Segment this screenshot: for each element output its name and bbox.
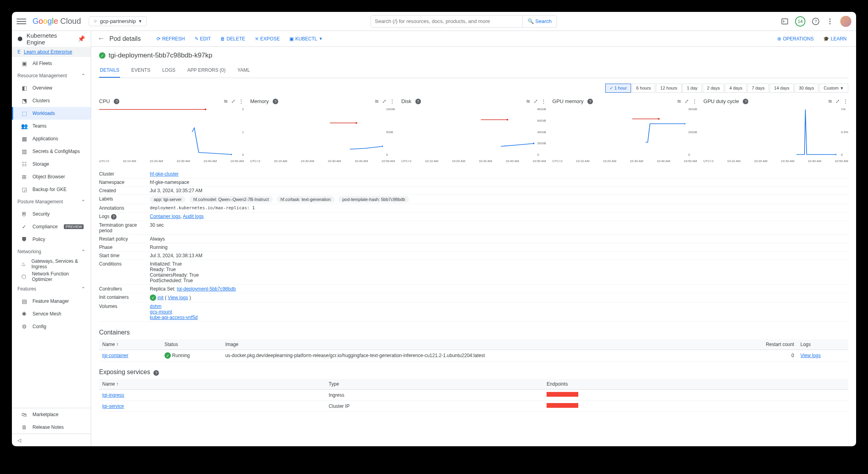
sidebar-item-applications[interactable]: ▦Applications <box>12 132 91 145</box>
service-link[interactable]: tgi-service <box>102 403 124 409</box>
sidebar-group-features[interactable]: Features⌃ <box>12 283 91 295</box>
sidebar-item-gateways[interactable]: ♨Gateways, Services & Ingress <box>12 258 91 270</box>
account-avatar[interactable] <box>840 16 851 27</box>
col-name[interactable]: Name <box>99 379 325 390</box>
timerange-6h[interactable]: 6 hours <box>632 84 655 93</box>
more-icon[interactable]: ⋮ <box>692 98 697 104</box>
timerange-30d[interactable]: 30 days <box>795 84 819 93</box>
sidebar-item-marketplace[interactable]: 🛍Marketplace <box>12 408 91 421</box>
timerange-14d[interactable]: 14 days <box>770 84 794 93</box>
timerange-7d[interactable]: 7 days <box>748 84 769 93</box>
sidebar-item-security[interactable]: ⛨Security <box>12 208 91 220</box>
chart-legend-icon[interactable]: ≋ <box>375 98 379 104</box>
more-icon[interactable] <box>826 17 834 25</box>
collapse-sidebar-button[interactable]: ◁ <box>12 434 91 446</box>
chart-expand-icon[interactable]: ⤢ <box>382 98 386 104</box>
more-icon[interactable]: ⋮ <box>390 98 395 104</box>
cluster-link[interactable]: hf-gke-cluster <box>150 171 179 177</box>
chart-expand-icon[interactable]: ⤢ <box>684 98 689 104</box>
timerange-2d[interactable]: 2 days <box>703 84 724 93</box>
tab-yaml[interactable]: YAML <box>237 63 251 78</box>
pin-icon[interactable]: 📌 <box>78 35 85 42</box>
help-icon[interactable]: ? <box>812 17 820 25</box>
volume-link[interactable]: kube-api-access-vnf5d <box>150 315 198 320</box>
delete-button[interactable]: 🗑Delete <box>217 34 249 43</box>
sidebar-item-teams[interactable]: 👥Teams <box>12 120 91 132</box>
search-input[interactable] <box>371 15 522 27</box>
edit-button[interactable]: ✎Edit <box>191 34 214 43</box>
back-button[interactable]: ← <box>98 34 105 43</box>
sidebar-item-all-fleets[interactable]: ▣All Fleets <box>12 57 91 70</box>
sidebar-group-resource[interactable]: Resource Management⌃ <box>12 70 91 82</box>
sidebar-item-policy[interactable]: ⛊Policy <box>12 233 91 246</box>
help-icon[interactable]: ? <box>743 99 748 104</box>
view-logs-link[interactable]: View logs <box>801 353 821 358</box>
sidebar-item-service-mesh[interactable]: ✱Service Mesh <box>12 308 91 320</box>
chart-legend-icon[interactable]: ≋ <box>677 98 681 104</box>
cloud-shell-icon[interactable] <box>781 17 789 25</box>
sidebar-item-config[interactable]: ⚙Config <box>12 320 91 333</box>
chart-legend-icon[interactable]: ≋ <box>828 98 832 104</box>
col-name[interactable]: Name <box>99 339 161 350</box>
learn-button[interactable]: 🎓Learn <box>820 34 850 43</box>
help-icon[interactable]: ? <box>587 99 593 104</box>
sidebar-item-object-browser[interactable]: ⊞Object Browser <box>12 170 91 183</box>
sidebar-group-posture[interactable]: Posture Management⌃ <box>12 196 91 208</box>
timerange-1d[interactable]: 1 day <box>683 84 702 93</box>
more-icon[interactable]: ⋮ <box>843 98 848 104</box>
chart-legend-icon[interactable]: ≋ <box>224 98 228 104</box>
col-restart[interactable]: Restart count <box>731 339 797 350</box>
timerange-custom[interactable]: Custom ▼ <box>819 84 848 93</box>
timerange-4d[interactable]: 4 days <box>725 84 746 93</box>
help-icon[interactable]: ? <box>415 99 421 104</box>
init-container-link[interactable]: init <box>157 295 163 300</box>
operations-button[interactable]: ⊕Operations <box>774 34 817 43</box>
volume-link[interactable]: dshm <box>150 304 161 309</box>
controller-link[interactable]: tgi-deployment-5bb7c98bdb <box>177 286 236 292</box>
init-view-logs-link[interactable]: View logs <box>168 295 188 300</box>
help-icon[interactable]: ? <box>114 99 119 104</box>
help-icon[interactable]: ? <box>153 370 159 376</box>
tab-app-errors[interactable]: APP ERRORS (0) <box>187 63 226 78</box>
more-icon[interactable]: ⋮ <box>541 98 546 104</box>
refresh-button[interactable]: ⟳Refresh <box>153 34 188 43</box>
sidebar-item-nfo[interactable]: ⬡Network Function Optimizer <box>12 270 91 283</box>
sidebar-item-release-notes[interactable]: 🗎Release Notes <box>12 421 91 434</box>
more-icon[interactable]: ⋮ <box>239 98 244 104</box>
chart-expand-icon[interactable]: ⤢ <box>533 98 538 104</box>
help-icon[interactable]: ? <box>273 99 278 104</box>
nav-menu-icon[interactable] <box>17 17 26 26</box>
col-logs[interactable]: Logs <box>797 339 849 350</box>
col-status[interactable]: Status <box>161 339 222 350</box>
col-type[interactable]: Type <box>325 379 543 390</box>
tab-logs[interactable]: LOGS <box>161 63 176 78</box>
free-trial-badge[interactable]: 14 <box>795 16 805 27</box>
sidebar-group-networking[interactable]: Networking⌃ <box>12 246 91 258</box>
project-selector[interactable]: ⁘ gcp-partnership ▼ <box>89 16 146 26</box>
audit-logs-link[interactable]: Audit logs <box>183 214 204 219</box>
help-icon[interactable]: ? <box>111 214 117 220</box>
timerange-12h[interactable]: 12 hours <box>656 84 682 93</box>
kubectl-button[interactable]: ▣Kubectl▼ <box>286 34 326 43</box>
volume-link[interactable]: gcs-mount <box>150 309 172 315</box>
sidebar-item-clusters[interactable]: ⬔Clusters <box>12 94 91 107</box>
chart-expand-icon[interactable]: ⤢ <box>231 98 235 104</box>
tab-events[interactable]: EVENTS <box>130 63 151 78</box>
sidebar-item-secrets[interactable]: ▥Secrets & ConfigMaps <box>12 145 91 158</box>
sidebar-item-compliance[interactable]: ✓CompliancePREVIEW <box>12 220 91 233</box>
sidebar-item-feature-manager[interactable]: ▤Feature Manager <box>12 295 91 308</box>
sidebar-item-overview[interactable]: ◧Overview <box>12 82 91 94</box>
service-link[interactable]: tgi-ingress <box>102 392 124 398</box>
expose-button[interactable]: ⤧Expose <box>252 34 283 43</box>
sidebar-item-storage[interactable]: ☷Storage <box>12 158 91 170</box>
chart-expand-icon[interactable]: ⤢ <box>835 98 840 104</box>
chart-legend-icon[interactable]: ≋ <box>526 98 530 104</box>
container-name-link[interactable]: tgi-container <box>102 353 128 358</box>
google-cloud-logo[interactable]: Google Cloud <box>33 17 81 26</box>
container-logs-link[interactable]: Container logs <box>150 214 180 219</box>
tab-details[interactable]: DETAILS <box>99 63 120 78</box>
col-image[interactable]: Image <box>222 339 731 350</box>
sidebar-item-backup[interactable]: ◲Backup for GKE <box>12 183 91 196</box>
col-endpoints[interactable]: Endpoints <box>543 379 848 390</box>
enterprise-banner[interactable]: E Learn about Enterprise <box>12 47 91 57</box>
